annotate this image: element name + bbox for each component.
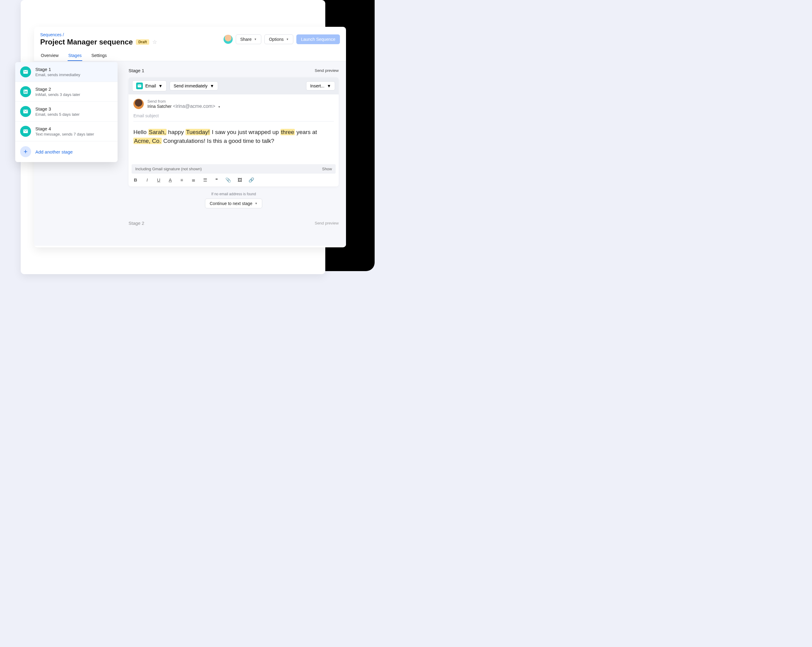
sender-avatar [133,99,144,109]
add-stage-label: Add another stage [35,149,73,154]
merge-tag[interactable]: Sarah, [148,129,166,135]
stage-item-subtitle: Email, sends 5 days later [35,112,79,117]
stage-list-item[interactable]: Stage 3 Email, sends 5 days later [15,102,118,122]
italic-icon[interactable]: I [144,177,150,183]
caret-down-icon: ▼ [159,84,163,89]
caret-down-icon: ▼ [286,38,289,41]
signature-show-link[interactable]: Show [322,166,332,171]
mail-icon [20,126,31,137]
caret-down-icon[interactable]: ▼ [218,105,221,108]
breadcrumb: Sequences / [40,32,157,37]
editor-card: Email ▼ Send immediately ▼ Insert... ▼ [128,77,339,186]
stage-list-item[interactable]: Stage 4 Text message, sends 7 days later [15,122,118,141]
header: Sequences / Project Manager sequence Dra… [34,27,346,46]
link-icon[interactable]: 🔗 [249,177,254,183]
page-title: Project Manager sequence [40,38,133,46]
stage-item-title: Stage 3 [35,106,79,111]
user-avatar[interactable] [224,35,233,44]
tab-stages[interactable]: Stages [68,50,82,61]
stage-timing-dropdown[interactable]: Send immediately ▼ [169,81,218,90]
format-toolbar: B I U A ≡ ≣ ☰ ❝ 📎 🖼 🔗 [128,174,339,186]
tabs: Overview Stages Settings [34,46,346,61]
numbered-list-icon[interactable]: ≣ [191,177,196,183]
stage-heading: Stage 1 [128,68,144,73]
stages-popover: Stage 1 Email, sends immediatley Stage 2… [15,62,118,162]
send-preview-link[interactable]: Send preview [314,68,339,73]
add-stage-button[interactable]: + Add another stage [15,141,118,162]
attachment-icon[interactable]: 📎 [225,177,231,183]
text-color-icon[interactable]: A [168,177,173,183]
stage-list-item[interactable]: Stage 1 Email, sends immediatley [15,62,118,82]
stage-item-title: Stage 4 [35,126,94,131]
email-body-editor[interactable]: Hello Sarah, happy Tuesday! I saw you ju… [128,122,339,164]
caret-down-icon: ▼ [255,202,258,205]
merge-tag[interactable]: Acme, Co. [133,138,162,144]
stage-type-dropdown[interactable]: Email ▼ [132,81,166,92]
caret-down-icon: ▼ [254,38,257,41]
launch-sequence-button[interactable]: Launch Sequence [296,34,340,44]
stage-list-item[interactable]: Stage 2 InMail, sends 3 days later [15,82,118,102]
options-button[interactable]: Options▼ [264,34,293,44]
mail-icon [136,82,143,89]
breadcrumb-root[interactable]: Sequences [40,32,61,37]
linkedin-icon [20,86,31,97]
signature-row: Including Gmail signature (not shown) Sh… [131,164,336,174]
favorite-star-icon[interactable]: ☆ [152,39,157,46]
email-subject-input[interactable]: Email subject [133,109,334,122]
fallback-label: If no email address is found [128,192,339,196]
caret-down-icon: ▼ [327,84,331,89]
stage-item-subtitle: InMail, sends 3 days later [35,92,80,97]
send-from-label: Send from [147,99,221,104]
stage-item-subtitle: Email, sends immediatley [35,73,80,77]
insert-dropdown[interactable]: Insert... ▼ [306,81,335,90]
stage-heading: Stage 2 [128,221,144,226]
bullet-list-icon[interactable]: ☰ [202,177,208,183]
mail-icon [20,106,31,117]
stage-item-title: Stage 2 [35,87,80,92]
tab-overview[interactable]: Overview [40,50,59,61]
merge-tag[interactable]: Tuesday! [185,129,210,135]
sender-name[interactable]: Irina Satcher [147,104,171,109]
align-icon[interactable]: ≡ [179,177,185,183]
breadcrumb-sep: / [63,32,64,37]
sender-email: <irina@acme.com> [173,104,215,109]
tab-settings[interactable]: Settings [91,50,107,61]
signature-note: Including Gmail signature (not shown) [135,166,201,171]
sender-row: Send from Irina Satcher <irina@acme.com>… [128,95,339,109]
stage-item-subtitle: Text message, sends 7 days later [35,132,94,136]
status-badge: Draft [136,39,149,45]
fallback-action-dropdown[interactable]: Continue to next stage ▼ [205,198,262,208]
underline-icon[interactable]: U [156,177,162,183]
share-button[interactable]: Share▼ [236,34,261,44]
stage-item-title: Stage 1 [35,67,80,72]
mail-icon [20,66,31,77]
caret-down-icon: ▼ [210,84,214,89]
bold-icon[interactable]: B [133,177,138,183]
image-icon[interactable]: 🖼 [237,177,243,183]
plus-icon: + [20,146,31,157]
quote-icon[interactable]: ❝ [214,177,219,183]
send-preview-link[interactable]: Send preview [314,221,339,226]
merge-tag[interactable]: three [281,129,295,135]
